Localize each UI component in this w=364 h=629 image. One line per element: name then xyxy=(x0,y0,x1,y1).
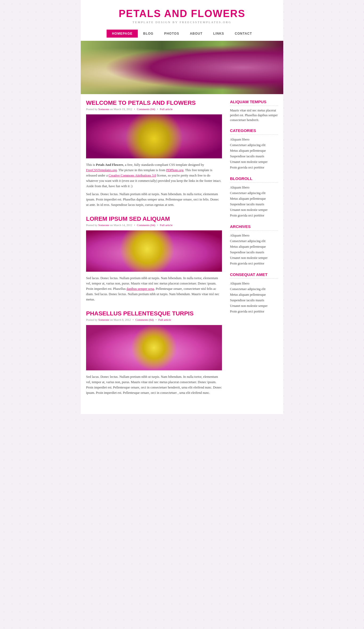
sidebar-blogroll-title: BLOGROLL xyxy=(230,176,278,183)
blog-link-5[interactable]: Urnanet non molestie semper xyxy=(230,208,268,212)
sidebar-aliquam-tempus-title: ALIQUAM TEMPUS xyxy=(230,99,278,106)
list-item: Metus aliquam pellentesque xyxy=(230,196,278,202)
sidebar-categories-list: Aliquam libero Consectetuer adipiscing e… xyxy=(230,137,278,170)
article-2-full[interactable]: Full article xyxy=(160,223,173,227)
article-3-image xyxy=(86,325,222,370)
cat-link-3[interactable]: Metus aliquam pellentesque xyxy=(230,149,266,153)
article-3-comments[interactable]: Comments (64) xyxy=(135,318,154,321)
sep6: • xyxy=(156,318,157,321)
article-1-full[interactable]: Full article xyxy=(160,107,173,111)
main-nav: HOMEPAGE BLOG PHOTOS ABOUT LINKS CONTACT xyxy=(81,26,283,41)
blog-link-3[interactable]: Metus aliquam pellentesque xyxy=(230,197,266,201)
site-title: PETALS AND FLOWERS xyxy=(86,8,278,19)
sidebar-consequat: CONSEQUAT AMET Aliquam libero Consectetu… xyxy=(230,272,278,314)
cat-link-4[interactable]: Suspendisse iaculis mauris xyxy=(230,154,264,158)
arch-link-1[interactable]: Aliquam libero xyxy=(230,234,249,237)
cons-link-6[interactable]: Proin gravida orci porttitor xyxy=(230,310,264,313)
article-1: WELCOME TO PETALS AND FLOWERS Posted by … xyxy=(86,99,222,207)
article-1-body-p1: This is Petals And Flowers, a free, full… xyxy=(86,162,222,189)
cons-link-1[interactable]: Aliquam libero xyxy=(230,282,249,285)
site-subtitle: TEMPLATE DESIGN BY FREECSSTEMPLATES.ORG xyxy=(86,21,278,24)
nav-about[interactable]: ABOUT xyxy=(184,30,208,38)
sidebar-categories-title: CATEGORIES xyxy=(230,128,278,135)
link-dapibus[interactable]: dapibus semper urna xyxy=(127,287,154,291)
list-item: Aliquam libero xyxy=(230,185,278,190)
sidebar-aliquam-tempus: ALIQUAM TEMPUS Mauris vitae nisl nec met… xyxy=(230,99,278,122)
sidebar-consequat-list: Aliquam libero Consectetuer adipiscing e… xyxy=(230,281,278,314)
link-cc[interactable]: Creative Commons Attributions 3.0 xyxy=(108,174,156,177)
sep3: • xyxy=(134,223,135,227)
list-item: Consectetuer adipiscing elit xyxy=(230,238,278,244)
cons-link-3[interactable]: Metus aliquam pellentesque xyxy=(230,293,266,297)
arch-link-5[interactable]: Urnanet non molestie semper xyxy=(230,256,268,260)
article-2-body: Sed lacus. Donec lectus. Nullam pretium … xyxy=(86,275,222,302)
article-3-title: PHASELLUS PELLENTESQUE TURPIS xyxy=(86,310,222,317)
sidebar-aliquam-tempus-text: Mauris vitae nisl nec metus placerat per… xyxy=(230,108,278,122)
article-1-comments[interactable]: Comments (64) xyxy=(137,107,155,111)
cons-link-5[interactable]: Urnanet non molestie semper xyxy=(230,304,268,308)
blog-link-1[interactable]: Aliquam libero xyxy=(230,186,249,189)
list-item: Suspendisse iaculis mauris xyxy=(230,154,278,159)
blog-link-2[interactable]: Consectetuer adipiscing elit xyxy=(230,191,265,195)
list-item: Suspendisse iaculis mauris xyxy=(230,250,278,255)
article-3-author[interactable]: Someone xyxy=(98,318,109,321)
list-item: Urnanet non molestie semper xyxy=(230,255,278,261)
blog-link-6[interactable]: Proin gravida orci porttitor xyxy=(230,214,264,217)
article-1-body-p2: Sed lacus. Donec lectus. Nullam pretium … xyxy=(86,191,222,207)
nav-contact[interactable]: CONTACT xyxy=(229,30,257,38)
cat-link-1[interactable]: Aliquam libero xyxy=(230,138,249,141)
list-item: Urnanet non molestie semper xyxy=(230,207,278,213)
sidebar-archives-list: Aliquam libero Consectetuer adipiscing e… xyxy=(230,233,278,266)
sidebar-archives: ARCHIVES Aliquam libero Consectetuer adi… xyxy=(230,224,278,266)
article-3-body-p: Sed lacus. Donec lectus. Nullam pretium … xyxy=(86,374,222,395)
nav-blog[interactable]: BLOG xyxy=(138,30,159,38)
cat-link-6[interactable]: Proin gravida orci porttitor xyxy=(230,166,264,169)
list-item: Aliquam libero xyxy=(230,137,278,142)
sidebar-consequat-title: CONSEQUAT AMET xyxy=(230,272,278,279)
link-freecss[interactable]: FreeCSSTemplates.org xyxy=(86,168,117,172)
list-item: Consectetuer adipiscing elit xyxy=(230,190,278,196)
main-layout: WELCOME TO PETALS AND FLOWERS Posted by … xyxy=(81,94,283,403)
list-item: Metus aliquam pellentesque xyxy=(230,148,278,154)
link-pdphoto[interactable]: PDPhoto.org xyxy=(166,168,184,172)
list-item: Urnanet non molestie semper xyxy=(230,159,278,165)
arch-link-3[interactable]: Metus aliquam pellentesque xyxy=(230,245,266,249)
page-wrapper: PETALS AND FLOWERS TEMPLATE DESIGN BY FR… xyxy=(81,0,283,414)
cons-link-2[interactable]: Consectetuer adipiscing elit xyxy=(230,287,265,291)
arch-link-4[interactable]: Suspendisse iaculis mauris xyxy=(230,250,264,254)
list-item: Urnanet non molestie semper xyxy=(230,303,278,309)
list-item: Metus aliquam pellentesque xyxy=(230,292,278,298)
article-2-author[interactable]: Someone xyxy=(98,223,109,227)
list-item: Proin gravida orci porttitor xyxy=(230,261,278,266)
arch-link-6[interactable]: Proin gravida orci porttitor xyxy=(230,262,264,265)
cat-link-2[interactable]: Consectetuer adipiscing elit xyxy=(230,143,265,147)
sidebar: ALIQUAM TEMPUS Mauris vitae nisl nec met… xyxy=(230,99,278,403)
article-3-full[interactable]: Full article xyxy=(158,318,171,321)
article-3: PHASELLUS PELLENTESQUE TURPIS Posted by … xyxy=(86,310,222,395)
cat-link-5[interactable]: Urnanet non molestie semper xyxy=(230,160,268,164)
article-3-meta: Posted by Someone on March 8, 2012 • Com… xyxy=(86,318,222,321)
hero-image xyxy=(81,41,283,94)
blog-link-4[interactable]: Suspendisse iaculis mauris xyxy=(230,202,264,206)
article-2-image xyxy=(86,230,222,272)
nav-homepage[interactable]: HOMEPAGE xyxy=(107,30,138,38)
article-1-author[interactable]: Someone xyxy=(98,107,109,111)
nav-links[interactable]: LINKS xyxy=(208,30,229,38)
sidebar-blogroll-list: Aliquam libero Consectetuer adipiscing e… xyxy=(230,185,278,218)
sep4: • xyxy=(157,223,158,227)
article-2-body-p: Sed lacus. Donec lectus. Nullam pretium … xyxy=(86,275,222,302)
list-item: Metus aliquam pellentesque xyxy=(230,244,278,250)
nav-photos[interactable]: PHOTOS xyxy=(159,30,184,38)
list-item: Suspendisse iaculis mauris xyxy=(230,202,278,207)
hero-image-inner xyxy=(81,41,283,94)
sidebar-categories: CATEGORIES Aliquam libero Consectetuer a… xyxy=(230,128,278,170)
cons-link-4[interactable]: Suspendisse iaculis mauris xyxy=(230,298,264,302)
article-3-body: Sed lacus. Donec lectus. Nullam pretium … xyxy=(86,374,222,395)
arch-link-2[interactable]: Consectetuer adipiscing elit xyxy=(230,239,265,243)
sidebar-archives-title: ARCHIVES xyxy=(230,224,278,231)
list-item: Proin gravida orci porttitor xyxy=(230,213,278,218)
article-2-comments[interactable]: Comments (64) xyxy=(137,223,155,227)
list-item: Aliquam libero xyxy=(230,233,278,238)
article-2: LOREM IPSUM SED ALIQUAM Posted by Someon… xyxy=(86,215,222,302)
list-item: Consectetuer adipiscing elit xyxy=(230,286,278,292)
